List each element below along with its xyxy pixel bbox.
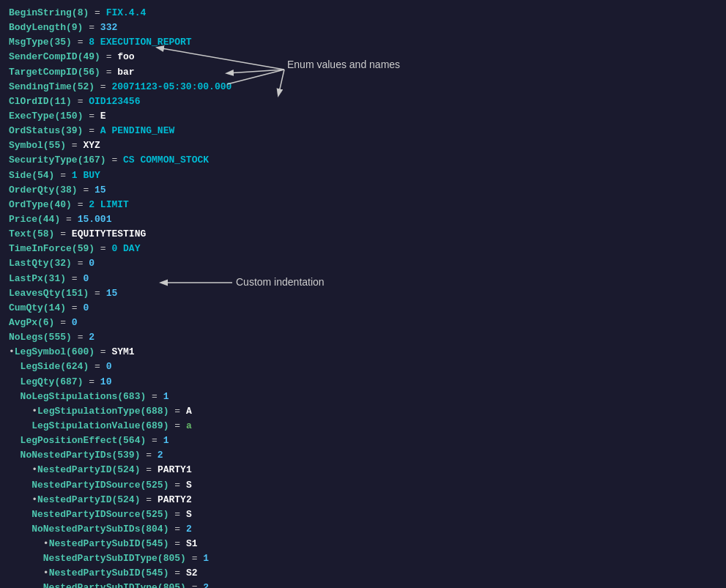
field-name: ClOrdID — [9, 96, 49, 107]
field-num: (689) — [140, 420, 168, 431]
equals-sign: = — [95, 81, 111, 92]
field-value: 1 — [163, 435, 169, 446]
code-line: LegSide(624) = 0 — [9, 360, 717, 374]
field-value: S — [186, 480, 192, 491]
field-num: (40) — [49, 199, 72, 210]
code-line: NoLegStipulations(683) = 1 — [9, 390, 717, 404]
field-num: (58) — [32, 228, 54, 239]
field-name: OrderQty — [9, 185, 54, 196]
indent-space — [9, 538, 43, 549]
field-value: 2 — [186, 524, 192, 535]
field-value: 1 BUY — [72, 170, 100, 181]
code-line: BodyLength(9) = 332 — [9, 21, 717, 35]
field-name: NestedPartyIDSource — [32, 509, 140, 520]
code-line: NestedPartySubIDType(805) = 1 — [9, 551, 717, 566]
equals-sign: = — [54, 228, 71, 239]
field-name: NestedPartyIDSource — [32, 480, 140, 491]
field-name: NoLegs — [9, 332, 43, 343]
equals-sign: = — [66, 302, 83, 313]
field-name: NestedPartySubIDType — [43, 582, 158, 588]
indent-space — [9, 435, 21, 446]
field-name: MsgType — [9, 37, 49, 48]
equals-sign: = — [83, 125, 100, 136]
code-line: NestedPartySubIDType(805) = 2 — [9, 581, 717, 588]
field-name: TimeInForce — [9, 243, 72, 254]
field-num: (31) — [43, 273, 66, 284]
field-num: (44) — [37, 214, 60, 225]
equals-sign: = — [140, 450, 157, 461]
equals-sign: = — [100, 51, 117, 62]
code-line: NoLegs(555) = 2 — [9, 330, 717, 345]
field-name: NestedPartySubID — [49, 538, 141, 549]
code-line: NestedPartyIDSource(525) = S — [9, 478, 717, 493]
code-line: •LegStipulationType(688) = A — [9, 404, 717, 419]
field-num: (39) — [60, 125, 83, 136]
equals-sign: = — [168, 509, 185, 520]
field-num: (539) — [111, 450, 140, 461]
field-name: Price — [9, 214, 37, 225]
field-value: A — [186, 406, 192, 417]
bullet-char: • — [32, 464, 37, 475]
equals-sign: = — [66, 140, 83, 151]
equals-sign: = — [168, 480, 185, 491]
field-num: (555) — [43, 332, 72, 343]
field-value: 2 — [203, 582, 209, 588]
field-value: 20071123-05:30:00.000 — [111, 81, 231, 92]
code-line: •NestedPartyID(524) = PARTY1 — [9, 463, 717, 477]
code-line: TimeInForce(59) = 0 DAY — [9, 242, 717, 256]
code-line: LegStipulationValue(689) = a — [9, 419, 717, 433]
code-line: •NestedPartyID(524) = PARTY2 — [9, 493, 717, 507]
code-line: •NestedPartySubID(545) = S1 — [9, 537, 717, 551]
field-num: (151) — [60, 288, 89, 299]
field-value: PARTY2 — [158, 494, 192, 505]
field-value: 0 DAY — [111, 243, 140, 254]
bullet-char: • — [9, 346, 15, 357]
field-num: (804) — [140, 524, 168, 535]
field-num: (8) — [72, 7, 89, 18]
equals-sign: = — [186, 553, 203, 564]
field-name: BodyLength — [9, 22, 66, 33]
field-num: (525) — [140, 480, 168, 491]
field-num: (687) — [54, 376, 83, 387]
field-value: bar — [117, 67, 134, 78]
field-name: NoLegStipulations — [21, 391, 118, 402]
field-name: SenderCompID — [9, 51, 78, 62]
field-name: NestedPartySubIDType — [43, 553, 158, 564]
field-num: (545) — [140, 538, 168, 549]
field-value: FIX.4.4 — [106, 7, 147, 18]
equals-sign: = — [72, 332, 89, 343]
equals-sign: = — [54, 170, 71, 181]
code-line: OrdStatus(39) = A PENDING_NEW — [9, 124, 717, 138]
equals-sign: = — [146, 391, 163, 402]
indent-space — [9, 494, 32, 505]
field-value: 1 — [203, 553, 209, 564]
field-value: 2 — [158, 450, 163, 461]
equals-sign: = — [66, 273, 83, 284]
equals-sign: = — [72, 37, 89, 48]
field-value: S1 — [186, 538, 198, 549]
equals-sign: = — [186, 582, 203, 588]
field-num: (35) — [49, 37, 72, 48]
field-num: (805) — [158, 582, 186, 588]
field-value: a — [186, 420, 192, 431]
bullet-char: • — [43, 538, 49, 549]
field-num: (49) — [78, 51, 100, 62]
field-value: SYM1 — [111, 346, 134, 357]
field-num: (688) — [140, 406, 168, 417]
indent-space — [9, 406, 32, 417]
equals-sign: = — [83, 111, 100, 122]
field-value: S2 — [186, 567, 198, 578]
indent-space — [9, 582, 43, 588]
field-value: 0 — [72, 317, 78, 328]
field-value: foo — [117, 51, 134, 62]
field-value: 0 — [106, 361, 112, 372]
code-line: BeginString(8) = FIX.4.4 — [9, 6, 717, 21]
indent-space — [9, 464, 32, 475]
field-name: LegStipulationType — [37, 406, 140, 417]
indent-space — [9, 509, 32, 520]
field-num: (9) — [66, 22, 83, 33]
bullet-char: • — [43, 567, 49, 578]
field-value: 0 — [83, 273, 89, 284]
indent-space — [9, 480, 32, 491]
field-num: (56) — [78, 67, 100, 78]
